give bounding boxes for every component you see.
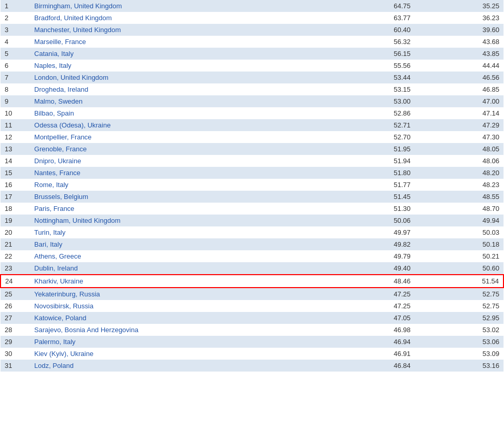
city-cell[interactable]: Turin, Italy [30, 226, 326, 238]
col4-cell: 48.20 [415, 167, 503, 179]
col4-cell: 46.56 [415, 72, 503, 83]
rank-cell: 27 [1, 312, 30, 324]
city-cell[interactable]: Birmingham, United Kingdom [30, 0, 326, 12]
col4-cell: 50.18 [415, 238, 503, 250]
city-cell[interactable]: Katowice, Poland [30, 312, 326, 324]
city-cell[interactable]: Catania, Italy [30, 48, 326, 60]
col4-cell: 53.02 [415, 324, 503, 336]
col4-cell: 48.23 [415, 179, 503, 191]
city-cell[interactable]: Nottingham, United Kingdom [30, 215, 326, 226]
col4-cell: 53.16 [415, 360, 503, 372]
col4-cell: 52.75 [415, 300, 503, 312]
row-22: 22Athens, Greece49.7950.21 [1, 250, 503, 262]
city-cell[interactable]: Dublin, Ireland [30, 262, 326, 275]
city-cell[interactable]: Bari, Italy [30, 238, 326, 250]
col3-cell: 53.44 [326, 72, 415, 83]
row-16: 16Rome, Italy51.7748.23 [1, 179, 503, 191]
col3-cell: 56.32 [326, 36, 415, 48]
rank-cell: 7 [1, 72, 30, 83]
city-cell[interactable]: Sarajevo, Bosnia And Herzegovina [30, 324, 326, 336]
rank-cell: 28 [1, 324, 30, 336]
col3-cell: 55.56 [326, 60, 415, 72]
col3-cell: 46.84 [326, 360, 415, 372]
city-cell[interactable]: Naples, Italy [30, 60, 326, 72]
rank-cell: 15 [1, 167, 30, 179]
row-26: 26Novosibirsk, Russia47.2552.75 [1, 300, 503, 312]
row-7: 7London, United Kingdom53.4446.56 [1, 72, 503, 83]
rank-cell: 13 [1, 143, 30, 155]
rank-cell: 18 [1, 203, 30, 215]
col4-cell: 52.75 [415, 288, 503, 300]
city-cell[interactable]: Paris, France [30, 203, 326, 215]
city-cell[interactable]: Kharkiv, Ukraine [30, 275, 326, 288]
rank-cell: 8 [1, 83, 30, 95]
col4-cell: 53.06 [415, 336, 503, 348]
col3-cell: 53.00 [326, 95, 415, 107]
col3-cell: 48.46 [326, 275, 415, 288]
col4-cell: 43.68 [415, 36, 503, 48]
row-8: 8Drogheda, Ireland53.1546.85 [1, 83, 503, 95]
col3-cell: 51.80 [326, 167, 415, 179]
row-6: 6Naples, Italy55.5644.44 [1, 60, 503, 72]
city-cell[interactable]: Malmo, Sweden [30, 95, 326, 107]
col4-cell: 48.70 [415, 203, 503, 215]
col3-cell: 52.86 [326, 107, 415, 119]
rankings-table: 1Birmingham, United Kingdom64.7535.252Br… [0, 0, 504, 372]
city-cell[interactable]: Lodz, Poland [30, 360, 326, 372]
col4-cell: 44.44 [415, 60, 503, 72]
col4-cell: 47.29 [415, 119, 503, 131]
row-18: 18Paris, France51.3048.70 [1, 203, 503, 215]
city-cell[interactable]: Yekaterinburg, Russia [30, 288, 326, 300]
col4-cell: 47.30 [415, 131, 503, 143]
city-cell[interactable]: Athens, Greece [30, 250, 326, 262]
city-cell[interactable]: London, United Kingdom [30, 72, 326, 83]
row-2: 2Bradford, United Kingdom63.7736.23 [1, 12, 503, 24]
col4-cell: 48.55 [415, 191, 503, 203]
city-cell[interactable]: Palermo, Italy [30, 336, 326, 348]
row-3: 3Manchester, United Kingdom60.4039.60 [1, 24, 503, 36]
city-cell[interactable]: Rome, Italy [30, 179, 326, 191]
col4-cell: 39.60 [415, 24, 503, 36]
col4-cell: 48.05 [415, 143, 503, 155]
col3-cell: 64.75 [326, 0, 415, 12]
row-21: 21Bari, Italy49.8250.18 [1, 238, 503, 250]
row-14: 14Dnipro, Ukraine51.9448.06 [1, 155, 503, 167]
city-cell[interactable]: Bradford, United Kingdom [30, 12, 326, 24]
col3-cell: 63.77 [326, 12, 415, 24]
row-12: 12Montpellier, France52.7047.30 [1, 131, 503, 143]
rank-cell: 11 [1, 119, 30, 131]
col3-cell: 49.82 [326, 238, 415, 250]
row-13: 13Grenoble, France51.9548.05 [1, 143, 503, 155]
col3-cell: 49.40 [326, 262, 415, 275]
rank-cell: 25 [1, 288, 30, 300]
city-cell[interactable]: Manchester, United Kingdom [30, 24, 326, 36]
city-cell[interactable]: Montpellier, France [30, 131, 326, 143]
rank-cell: 19 [1, 215, 30, 226]
col4-cell: 50.03 [415, 226, 503, 238]
city-cell[interactable]: Marseille, France [30, 36, 326, 48]
rank-cell: 22 [1, 250, 30, 262]
rank-cell: 20 [1, 226, 30, 238]
city-cell[interactable]: Bilbao, Spain [30, 107, 326, 119]
col3-cell: 47.05 [326, 312, 415, 324]
city-cell[interactable]: Brussels, Belgium [30, 191, 326, 203]
col3-cell: 52.70 [326, 131, 415, 143]
col4-cell: 49.94 [415, 215, 503, 226]
rank-cell: 6 [1, 60, 30, 72]
rank-cell: 21 [1, 238, 30, 250]
city-cell[interactable]: Grenoble, France [30, 143, 326, 155]
city-cell[interactable]: Kiev (Kyiv), Ukraine [30, 348, 326, 360]
city-cell[interactable]: Novosibirsk, Russia [30, 300, 326, 312]
col4-cell: 50.60 [415, 262, 503, 275]
rank-cell: 5 [1, 48, 30, 60]
col3-cell: 51.30 [326, 203, 415, 215]
city-cell[interactable]: Dnipro, Ukraine [30, 155, 326, 167]
city-cell[interactable]: Drogheda, Ireland [30, 83, 326, 95]
col4-cell: 47.00 [415, 95, 503, 107]
row-25: 25Yekaterinburg, Russia47.2552.75 [1, 288, 503, 300]
col4-cell: 43.85 [415, 48, 503, 60]
col4-cell: 52.95 [415, 312, 503, 324]
col4-cell: 53.09 [415, 348, 503, 360]
city-cell[interactable]: Odessa (Odesa), Ukraine [30, 119, 326, 131]
city-cell[interactable]: Nantes, France [30, 167, 326, 179]
